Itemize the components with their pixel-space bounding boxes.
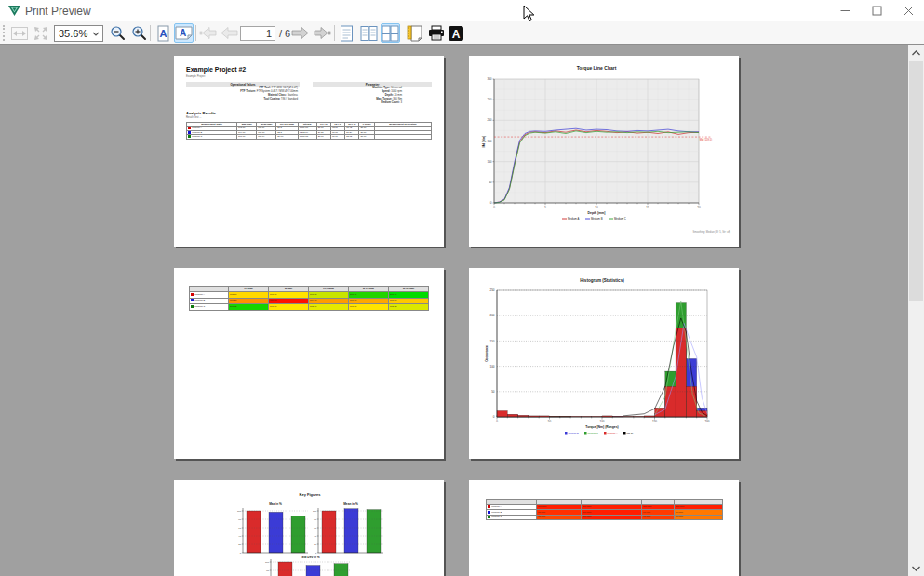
single-page-view-button[interactable]: [337, 23, 356, 43]
svg-text:100: 100: [489, 365, 494, 368]
scroll-down-button[interactable]: [908, 560, 924, 576]
rated-value-cell: 97.10%: [642, 515, 675, 519]
series-color-swatch: [191, 293, 194, 296]
rated-value-cell: 180.82: [229, 304, 269, 311]
first-page-button[interactable]: [198, 23, 218, 43]
previous-page-icon: [221, 27, 238, 39]
app-icon: [7, 4, 21, 18]
export-pdf-button[interactable]: A: [446, 23, 465, 43]
zoom-in-button[interactable]: [129, 23, 149, 43]
series-color-swatch: [488, 505, 490, 508]
chevron-up-icon: [911, 49, 921, 57]
toolbar-separator: [195, 25, 196, 41]
page-5[interactable]: Key FiguresMax in %020406080100Mean in %…: [174, 480, 444, 576]
page-number-input[interactable]: [240, 26, 275, 41]
previous-page-button[interactable]: [220, 23, 239, 43]
last-page-button[interactable]: [313, 23, 332, 43]
rated-value-cell: 178.91: [269, 304, 309, 311]
preview-area: Example Project #2 Example Project Opera…: [0, 45, 924, 576]
svg-text:100: 100: [265, 561, 270, 564]
analysis-results-table: Measurement (data)Max [Nm]Mean [Nm]Rel D…: [186, 122, 432, 141]
svg-text:300: 300: [487, 77, 491, 81]
orientation-portrait-icon: A: [156, 25, 170, 42]
next-page-button[interactable]: [290, 23, 310, 43]
svg-text:60: 60: [238, 527, 241, 529]
svg-text:50: 50: [489, 181, 492, 184]
histogram-chart: 050100150200250050100150200Histogram (St…: [469, 268, 739, 459]
scrollbar-thumb[interactable]: [909, 61, 923, 301]
print-preview-window: Print Preview: [0, 0, 924, 576]
svg-text:Torque Line Chart: Torque Line Chart: [577, 65, 617, 71]
export-pdf-icon: A: [448, 25, 464, 42]
first-page-icon: [199, 27, 217, 39]
series-color-swatch: [191, 305, 194, 308]
svg-text:100: 100: [313, 510, 317, 513]
fit-width-icon: [11, 27, 28, 40]
svg-text:0: 0: [493, 415, 495, 419]
four-page-view-button[interactable]: [381, 23, 400, 43]
report-title: Example Project #2: [186, 66, 432, 73]
svg-text:80: 80: [238, 518, 241, 521]
svg-text:0: 0: [315, 552, 317, 555]
svg-text:Medium A: Medium A: [568, 217, 580, 221]
svg-text:Medium C: Medium C: [588, 432, 599, 435]
close-button[interactable]: [892, 0, 924, 21]
page-3[interactable]: K1 [Nm]M [Nm]K1,L [mm]M (L) [Nm]M (R) [N…: [174, 268, 444, 459]
chevron-down-icon: [89, 26, 102, 41]
print-icon: [428, 25, 445, 41]
fit-width-button[interactable]: [9, 23, 29, 43]
page-setup-button[interactable]: [406, 23, 425, 43]
zoom-out-button[interactable]: [108, 23, 127, 43]
zoom-level-combo[interactable]: 35.6%: [54, 25, 103, 42]
svg-text:200: 200: [704, 420, 709, 423]
svg-text:15: 15: [646, 206, 649, 209]
svg-text:80: 80: [314, 518, 316, 521]
two-page-view-button[interactable]: [359, 23, 379, 43]
series-color-swatch: [188, 127, 191, 129]
svg-text:Md: (159.5): Md: (159.5): [700, 138, 712, 141]
zoom-in-icon: [131, 25, 147, 41]
svg-text:10: 10: [595, 206, 598, 209]
svg-text:0: 0: [240, 552, 242, 555]
svg-text:50: 50: [491, 390, 495, 394]
four-page-view-icon: [382, 25, 399, 42]
svg-text:Mean in %: Mean in %: [343, 502, 358, 506]
svg-text:0: 0: [493, 206, 495, 209]
series-color-swatch: [188, 135, 191, 138]
print-button[interactable]: [426, 23, 446, 43]
svg-text:Medium B: Medium B: [591, 217, 603, 221]
svg-text:200: 200: [487, 118, 491, 122]
page-4[interactable]: 050100150200250050100150200Histogram (St…: [469, 268, 739, 459]
orientation-portrait-button[interactable]: A: [154, 23, 173, 43]
orientation-landscape-button[interactable]: A: [174, 23, 194, 43]
vertical-scrollbar[interactable]: [908, 45, 924, 576]
svg-text:20: 20: [314, 543, 316, 546]
window-title: Print Preview: [25, 5, 91, 18]
key-figures-chart: Key FiguresMax in %020406080100Mean in %…: [174, 480, 444, 576]
chevron-down-icon: [911, 565, 921, 572]
scroll-up-button[interactable]: [908, 45, 924, 60]
svg-text:5: 5: [544, 206, 546, 209]
minimize-button[interactable]: [829, 0, 861, 21]
svg-text:20: 20: [697, 206, 701, 209]
svg-text:40: 40: [238, 535, 241, 538]
maximize-button[interactable]: [861, 0, 892, 21]
svg-text:A: A: [180, 28, 186, 38]
svg-text:50: 50: [548, 420, 552, 423]
svg-text:100: 100: [237, 510, 242, 513]
info-row: Medium Count: 3: [313, 101, 432, 105]
svg-text:Medium A: Medium A: [608, 432, 618, 435]
series-color-swatch: [488, 516, 490, 518]
svg-text:20: 20: [238, 543, 241, 546]
page-2[interactable]: 05010015020025030005101520Md: (159.5)Tor…: [469, 56, 739, 247]
page-6[interactable]: MaxMeanRelDevΔTMedium A100.00%100.00%100…: [469, 480, 739, 576]
zoom-level-value: 35.6%: [55, 28, 89, 39]
page-total-label: / 6: [279, 28, 290, 39]
rated-value-cell: 175.76: [309, 304, 349, 311]
svg-text:80: 80: [266, 569, 269, 572]
page-1-report: Example Project #2 Example Project Opera…: [174, 56, 444, 247]
fit-page-button[interactable]: [31, 23, 50, 43]
page-1[interactable]: Example Project #2 Example Project Opera…: [174, 56, 444, 247]
toolbar-grip[interactable]: [3, 25, 6, 41]
rated-value-cell: 178.87: [349, 304, 389, 311]
